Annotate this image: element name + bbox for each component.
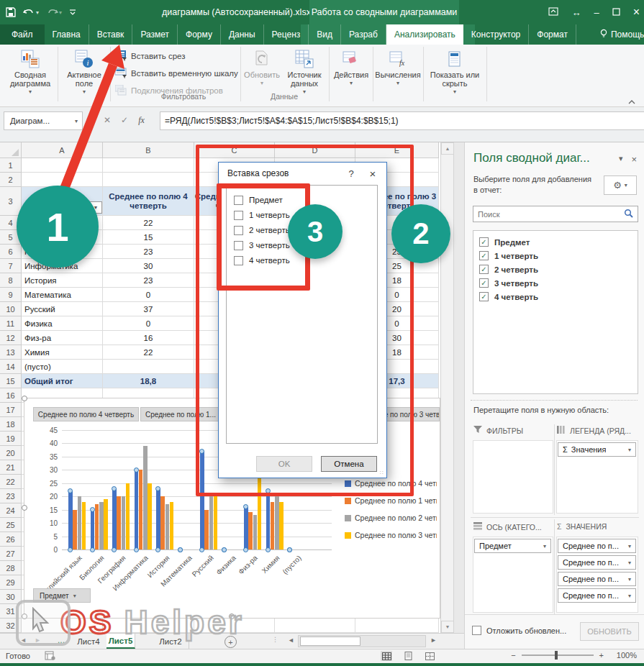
dropdown-icon[interactable]: ▾ xyxy=(628,543,631,549)
checkbox-icon[interactable]: ✓ xyxy=(479,292,489,301)
bar-Биология-s1[interactable] xyxy=(95,504,99,549)
scroll-up-icon[interactable]: ▲ xyxy=(441,142,454,155)
cell-B5[interactable]: 15 xyxy=(103,230,194,245)
tools-gear-button[interactable]: ⚙ ▾ xyxy=(604,175,637,195)
row-header-6[interactable]: 6 xyxy=(0,245,22,259)
bar-Английский язык-s3[interactable] xyxy=(82,502,86,549)
legend-item[interactable]: Среднее по полю 1 четверть xyxy=(345,496,437,505)
select-all-corner[interactable] xyxy=(0,142,22,158)
formula-input[interactable]: =РЯД(Лист5!$B$3;Лист5!$A$4:$A$15;Лист5!$… xyxy=(160,111,644,130)
cell-E32[interactable] xyxy=(355,619,439,633)
tab-Разраб[interactable]: Разраб xyxy=(341,24,386,45)
bar-Химия-s0[interactable] xyxy=(266,491,271,549)
fields-search-input[interactable]: Поиск xyxy=(473,206,638,222)
row-header-27[interactable]: 27 xyxy=(0,547,22,561)
row-header-2[interactable]: 2 xyxy=(0,173,22,187)
area-item[interactable]: Среднее по п...▾ xyxy=(558,572,636,586)
row-header-26[interactable]: 26 xyxy=(0,532,22,547)
row-header-23[interactable]: 23 xyxy=(0,489,22,503)
hscroll-right-icon[interactable]: ► xyxy=(430,637,437,644)
pane-field-1 четверть[interactable]: ✓1 четверть xyxy=(479,249,538,263)
minimize-button[interactable]: – xyxy=(594,7,599,18)
customize-quick-access-icon[interactable] xyxy=(69,8,76,17)
zoom-slider[interactable] xyxy=(522,654,594,656)
cell-B9[interactable]: 0 xyxy=(103,288,194,302)
bar-История-s2[interactable] xyxy=(165,504,170,549)
tab-Формат[interactable]: Формат xyxy=(529,24,576,45)
dropdown-icon[interactable]: ▾ xyxy=(628,593,631,599)
bar-Химия-s2[interactable] xyxy=(275,494,279,549)
row-header-16[interactable]: 16 xyxy=(0,388,22,403)
undo-dropdown-icon[interactable]: ▾ xyxy=(36,9,39,16)
enter-formula-icon[interactable]: ✓ xyxy=(121,115,128,125)
row-header-7[interactable]: 7 xyxy=(0,259,22,273)
zoom-slider-thumb[interactable] xyxy=(555,651,558,660)
undo-icon[interactable]: ▾ xyxy=(23,8,39,17)
page-layout-view-icon[interactable] xyxy=(402,651,414,661)
bar-История-s3[interactable] xyxy=(170,502,174,549)
cell-A15[interactable]: Общий итог xyxy=(22,374,103,388)
dropdown-icon[interactable]: ▾ xyxy=(543,543,546,549)
bar-Английский язык-s0[interactable] xyxy=(68,491,73,549)
row-header-24[interactable]: 24 xyxy=(0,503,22,518)
bar-География-s2[interactable] xyxy=(122,496,126,549)
row-header-14[interactable]: 14 xyxy=(0,360,22,374)
checkbox-icon[interactable]: ✓ xyxy=(479,251,489,260)
row-header-17[interactable]: 17 xyxy=(0,403,22,417)
row-header-25[interactable]: 25 xyxy=(0,518,22,532)
row-header-1[interactable]: 1 xyxy=(0,158,22,173)
bar-Биология-s3[interactable] xyxy=(104,499,108,549)
cell-B1[interactable] xyxy=(103,158,194,173)
bar-Английский язык-s1[interactable] xyxy=(73,510,77,549)
tab-Конструктор[interactable]: Конструктор xyxy=(463,24,529,45)
bar-Химия-s3[interactable] xyxy=(279,502,284,549)
bar-География-s3[interactable] xyxy=(126,483,130,549)
cell-B2[interactable] xyxy=(103,173,194,187)
row-header-20[interactable]: 20 xyxy=(0,446,22,460)
pivot-chart-button[interactable]: Сводная диаграмма ▾ xyxy=(6,47,55,100)
insert-slicer-button[interactable]: Вставить срез xyxy=(115,48,186,64)
name-box[interactable]: Диаграм... ▾ xyxy=(4,111,83,130)
cell-D32[interactable] xyxy=(275,619,355,633)
cell-B6[interactable]: 23 xyxy=(103,245,194,259)
bar-География-s0[interactable] xyxy=(112,488,117,549)
tab-Вид[interactable]: Вид xyxy=(309,24,341,45)
checkbox-icon[interactable]: ✓ xyxy=(479,237,489,247)
row-header-29[interactable]: 29 xyxy=(0,575,22,590)
tab-splitter-icon[interactable]: ⋮ xyxy=(272,636,278,643)
bar-Русский-s2[interactable] xyxy=(209,494,214,549)
pane-field-2 четверть[interactable]: ✓2 четверть xyxy=(479,263,538,276)
bar-Русский-s3[interactable] xyxy=(214,496,218,549)
row-header-19[interactable]: 19 xyxy=(0,432,22,446)
search-icon[interactable] xyxy=(624,209,633,219)
cell-B12[interactable]: 16 xyxy=(103,331,194,345)
tab-Главна[interactable]: Главна xyxy=(45,24,89,45)
bar-География-s1[interactable] xyxy=(117,496,121,549)
area-item[interactable]: Среднее по п...▾ xyxy=(558,555,636,570)
tab-Размет[interactable]: Размет xyxy=(132,24,178,45)
pane-close-icon[interactable]: × xyxy=(631,154,637,165)
bar-Информатика-s2[interactable] xyxy=(143,446,148,549)
drag-handle-icon[interactable]: ⋮ xyxy=(85,115,94,125)
maximize-button[interactable] xyxy=(612,7,620,18)
tab-Форму[interactable]: Форму xyxy=(178,24,221,45)
tab-Вставк[interactable]: Вставк xyxy=(89,24,133,45)
bar-Информатика-s1[interactable] xyxy=(139,470,143,549)
chart-selection-handle[interactable] xyxy=(22,505,27,511)
insert-function-icon[interactable]: fx xyxy=(138,115,145,126)
pane-options-dropdown-icon[interactable]: ▾ xyxy=(619,154,623,165)
pane-field-4 четверть[interactable]: ✓4 четверть xyxy=(479,290,538,304)
area-item[interactable]: Среднее по п...▾ xyxy=(558,588,636,603)
field-checklist[interactable]: ✓Предмет✓1 четверть✓2 четверть✓3 четверт… xyxy=(473,230,638,394)
name-box-dropdown-icon[interactable]: ▾ xyxy=(75,118,78,124)
cell-B15[interactable]: 18,8 xyxy=(103,374,194,388)
calculations-button[interactable]: fx Вычисления ▾ xyxy=(375,47,421,100)
cell-B14[interactable] xyxy=(103,360,194,374)
column-header-B[interactable]: B xyxy=(103,142,194,158)
collapse-ribbon-icon[interactable] xyxy=(628,96,635,106)
zoom-out-icon[interactable]: − xyxy=(511,651,515,660)
page-break-view-icon[interactable] xyxy=(424,651,435,661)
dropdown-icon[interactable]: ▾ xyxy=(628,576,631,583)
row-header-8[interactable]: 8 xyxy=(0,273,22,288)
cell-A14[interactable]: (пусто) xyxy=(22,360,103,374)
